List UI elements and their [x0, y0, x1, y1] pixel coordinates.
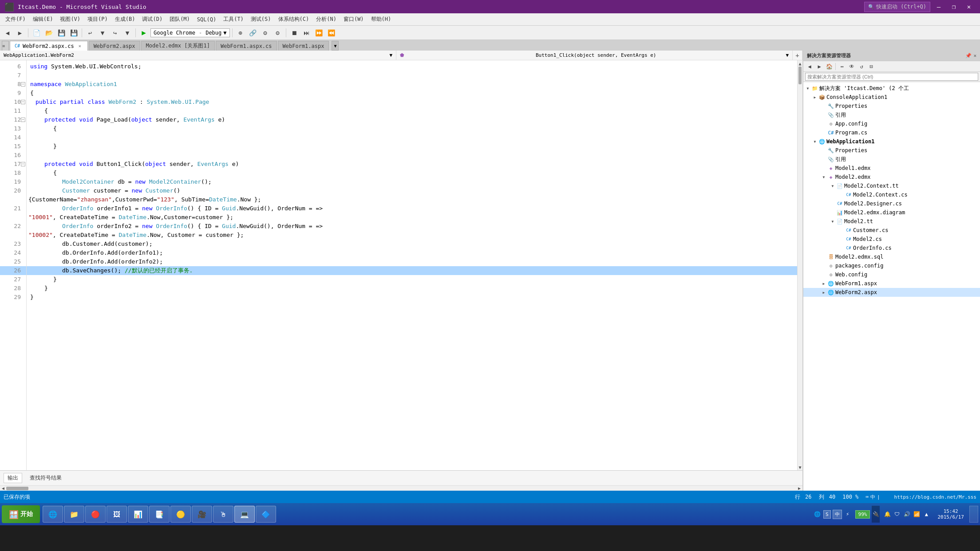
h-scroll-track[interactable]	[6, 487, 796, 490]
menu-sql[interactable]: SQL(Q)	[194, 15, 220, 24]
debug-btn-4[interactable]: ⚙	[272, 27, 284, 39]
taskbar-app-globe[interactable]: 🌐	[43, 506, 63, 523]
collapse-17[interactable]: —	[21, 162, 25, 166]
back-panel-btn[interactable]: ◀	[805, 62, 814, 71]
vertical-scrollbar[interactable]: ▲ ▼	[797, 60, 802, 470]
tree-model2-edmx[interactable]: ▼ ◈ Model2.edmx	[803, 173, 980, 181]
tab-webform2-aspx[interactable]: WebForm2.aspx	[89, 41, 140, 51]
method-dropdown[interactable]: ⬟ Button1_Click(object sender, EventArgs…	[396, 51, 793, 60]
taskbar-app-chrome[interactable]: 🔴	[85, 506, 106, 523]
tree-web-config[interactable]: ⚙ Web.config	[803, 270, 980, 279]
tree-console-program[interactable]: C# Program.cs	[803, 128, 980, 137]
horizontal-scrollbar[interactable]: ◀ ▶	[0, 485, 802, 491]
taskbar-app-folder[interactable]: 📁	[64, 506, 84, 523]
menu-build[interactable]: 生成(B)	[111, 14, 139, 25]
scroll-down-button[interactable]: ▼	[798, 464, 802, 470]
system-clock[interactable]: 15:42 2015/6/17	[934, 508, 968, 520]
redo-arrow[interactable]: ▼	[122, 27, 133, 39]
new-button[interactable]: 📄	[31, 27, 42, 39]
save-all-button[interactable]: 💾	[68, 27, 79, 39]
menu-window[interactable]: 窗口(W)	[340, 14, 368, 25]
ime-zh-btn[interactable]: 中	[833, 510, 842, 519]
menu-tools[interactable]: 工具(T)	[220, 14, 247, 25]
tree-model2-edmx-sql[interactable]: 🗄 Model2.edmx.sql	[803, 252, 980, 261]
redo-button[interactable]: ↪	[109, 27, 121, 39]
arrow-up-icon[interactable]: ▲	[922, 510, 930, 518]
tree-webform1-aspx[interactable]: ▶ 🌐 WebForm1.aspx	[803, 279, 980, 288]
bottom-tab-output[interactable]: 输出	[4, 473, 22, 483]
collapse-all-btn[interactable]: ⊟	[867, 62, 876, 71]
scroll-thumb[interactable]	[798, 67, 802, 84]
code-text-area[interactable]: using System.Web.UI.WebControls; namespa…	[27, 60, 797, 470]
restore-button[interactable]: ❐	[947, 0, 960, 13]
menu-view[interactable]: 视图(V)	[56, 14, 84, 25]
taskbar-app-charts[interactable]: 📊	[128, 506, 148, 523]
debug-step-2[interactable]: ⏩	[313, 27, 325, 39]
undo-button[interactable]: ↩	[84, 27, 96, 39]
tree-model2-designer-cs[interactable]: C# Model2.Designer.cs	[803, 199, 980, 208]
show-all-btn[interactable]: 👁	[847, 62, 856, 71]
tree-model2-diagram[interactable]: 📊 Model2.edmx.diagram	[803, 208, 980, 217]
collapse-12[interactable]: —	[21, 118, 25, 122]
start-debug-button[interactable]: ▶	[138, 27, 150, 39]
tab-webform2-aspx-cs[interactable]: C# WebForm2.aspx.cs ✕	[10, 41, 88, 51]
tree-solution-root[interactable]: ▼ 📁 解决方案 'Itcast.Demo' (2 个工	[803, 84, 980, 93]
tree-webform2-aspx[interactable]: ▶ 🌐 WebForm2.aspx	[803, 288, 980, 297]
taskbar-app-media[interactable]: 🎥	[192, 506, 212, 523]
break-button[interactable]: ⏹	[288, 27, 300, 39]
collapse-10[interactable]: —	[21, 100, 25, 104]
open-button[interactable]: 📂	[43, 27, 55, 39]
tree-console-app[interactable]: ▶ 📦 ConsoleApplication1	[803, 93, 980, 102]
tree-model2-context-tt[interactable]: ▼ 📄 Model2.Context.tt	[803, 181, 980, 190]
scroll-up-button[interactable]: ▲	[798, 60, 802, 67]
debug-step-1[interactable]: ⏭	[301, 27, 312, 39]
debug-step-3[interactable]: ⏪	[326, 27, 337, 39]
tree-console-refs[interactable]: 📎 引用	[803, 110, 980, 119]
taskbar-app-vs[interactable]: 💻	[234, 506, 255, 523]
tree-webapp-refs[interactable]: 📎 引用	[803, 155, 980, 164]
tree-packages-config[interactable]: ⚙ packages.config	[803, 261, 980, 270]
tree-webapp-props[interactable]: 🔧 Properties	[803, 146, 980, 155]
ime-mode-btn[interactable]: S	[823, 510, 831, 519]
minimize-button[interactable]: —	[932, 0, 945, 13]
show-desktop-btn[interactable]	[969, 506, 978, 523]
menu-analyze[interactable]: 分析(N)	[312, 14, 340, 25]
forward-button[interactable]: ▶	[14, 27, 26, 39]
tab-overflow-arrow[interactable]: ▼	[332, 41, 339, 51]
taskbar-app-photo[interactable]: 🖼	[107, 506, 127, 523]
tab-webform1-aspx-cs[interactable]: WebForm1.aspx.cs	[216, 41, 277, 51]
save-button[interactable]: 💾	[55, 27, 67, 39]
tree-model2-context-cs[interactable]: C# Model2.Context.cs	[803, 190, 980, 199]
tree-orderinfo-cs[interactable]: C# OrderInfo.cs	[803, 244, 980, 252]
close-button[interactable]: ✕	[962, 0, 976, 13]
debug-btn-3[interactable]: ⚙	[260, 27, 271, 39]
pin-icon[interactable]: 📌	[965, 53, 972, 59]
taskbar-app-ppt[interactable]: 📑	[149, 506, 170, 523]
h-scroll-thumb[interactable]	[6, 487, 28, 490]
tree-customer-cs[interactable]: C# Customer.cs	[803, 226, 980, 235]
collapse-8[interactable]: —	[21, 82, 25, 87]
tree-console-appconfig[interactable]: ⚙ App.config	[803, 119, 980, 128]
refresh-btn[interactable]: ↺	[857, 62, 866, 71]
menu-architecture[interactable]: 体系结构(C)	[275, 14, 313, 25]
scroll-track[interactable]	[798, 67, 802, 464]
menu-edit[interactable]: 编辑(E)	[29, 14, 57, 25]
tree-model2-tt[interactable]: ▼ 📄 Model2.tt	[803, 217, 980, 226]
debug-target-selector[interactable]: Google Chrome - Debug ▼	[150, 28, 230, 37]
tab-close-button[interactable]: ✕	[77, 43, 83, 49]
tree-console-properties[interactable]: 🔧 Properties	[803, 102, 980, 110]
attach-button[interactable]: 🔗	[247, 27, 259, 39]
solution-search-input[interactable]	[805, 73, 978, 81]
quick-launch-search[interactable]: 🔍 快速启动 (Ctrl+Q)	[864, 2, 930, 12]
menu-team[interactable]: 团队(M)	[166, 14, 194, 25]
scroll-left-button[interactable]: ◀	[0, 486, 6, 491]
menu-test[interactable]: 测试(S)	[247, 14, 275, 25]
split-editor-button[interactable]: +	[793, 51, 802, 60]
taskbar-app-slides[interactable]: 🟡	[170, 506, 191, 523]
start-button[interactable]: 🪟 开始	[2, 505, 40, 523]
taskbar-app-diamond[interactable]: 🔷	[256, 506, 276, 523]
taskbar-app-cursor[interactable]: 🖱	[213, 506, 233, 523]
menu-file[interactable]: 文件(F)	[2, 14, 29, 25]
home-panel-btn[interactable]: 🏠	[825, 62, 834, 71]
menu-project[interactable]: 项目(P)	[84, 14, 111, 25]
